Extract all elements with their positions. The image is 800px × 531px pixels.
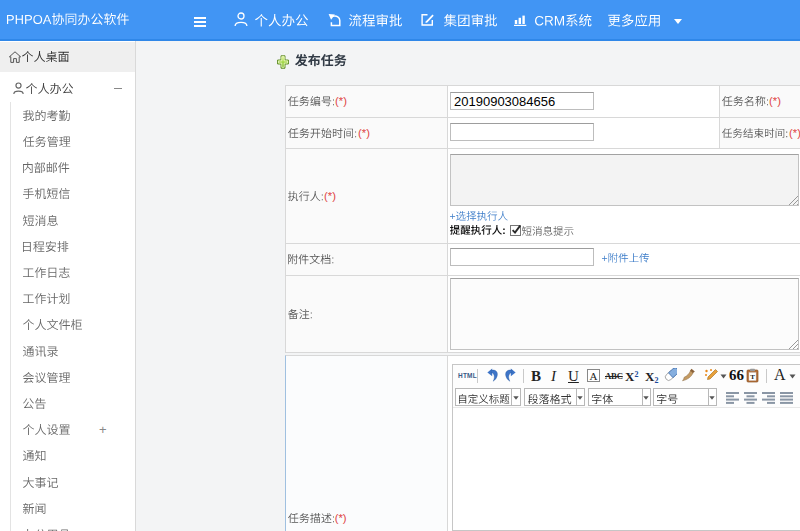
svg-text:T: T bbox=[750, 373, 755, 381]
